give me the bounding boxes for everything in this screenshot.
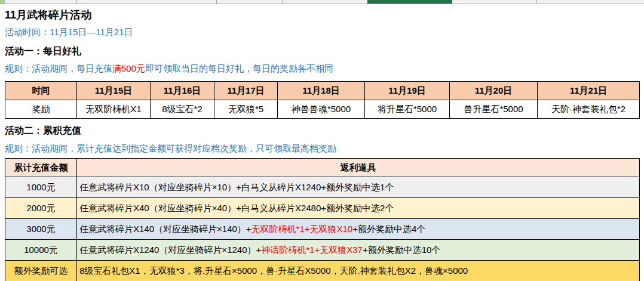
header-time: 时间 — [5, 82, 77, 100]
items-cell: 任意武将碎片X140（对应坐骑碎片×140）+无双阶梼机*1+无双狼X10+额外… — [77, 219, 640, 240]
table-header-row: 累计充值金额 返利道具 — [5, 159, 640, 177]
daily-gift-table: 时间 11月15日 11月16日 11月17日 11月18日 11月19日 11… — [5, 81, 640, 119]
event-announcement-sheet: 11月武将碎片活动 活动时间：11月15日—11月21日 活动一：每日好礼 规则… — [0, 0, 644, 281]
table-row: 2000元 任意武将碎片X40（对应坐骑碎片×40）+白马义从碎片X2480+额… — [5, 198, 640, 219]
items-cell: 8级宝石礼包X1，无双狼*3，将.升星石×5000，兽·升星石X5000，天阶.… — [77, 261, 640, 281]
table-row: 3000元 任意武将碎片X140（对应坐骑碎片×140）+无双阶梼机*1+无双狼… — [5, 219, 640, 240]
amount-cell: 1000元 — [5, 177, 77, 198]
header-amount: 累计充值金额 — [5, 159, 77, 177]
grid-divider — [536, 0, 537, 4]
header-day: 11月18日 — [278, 82, 365, 100]
rule1-suffix: 即可领取当日的每日好礼，每日的奖励各不相同 — [145, 63, 333, 73]
grid-divider — [282, 0, 283, 4]
grid-cell-green — [0, 0, 5, 4]
table-row: 10000元 任意武将碎片X1240（对应坐骑碎片×1240）+神话阶梼机*1+… — [5, 240, 640, 261]
reward-cell: 无双狼*5 — [214, 100, 278, 119]
grid-divider — [216, 0, 217, 4]
header-day: 11月20日 — [450, 82, 538, 100]
amount-cell: 10000元 — [5, 240, 77, 261]
selection-highlight-bar — [367, 0, 452, 4]
table-row: 奖励 无双阶梼机X1 8级宝石*2 无双狼*5 神兽兽魂*5000 将升星石*5… — [5, 100, 640, 119]
reward-row-label: 奖励 — [5, 100, 77, 119]
reward-cell: 兽升星石*5000 — [450, 100, 538, 119]
activity2-title: 活动二：累积充值 — [5, 125, 81, 137]
header-day: 11月15日 — [77, 82, 151, 100]
reward-cell: 神兽兽魂*5000 — [278, 100, 365, 119]
reward-cell: 无双阶梼机X1 — [77, 100, 151, 119]
header-items: 返利道具 — [77, 159, 640, 177]
grid-divider — [76, 0, 77, 4]
page-title: 11月武将碎片活动 — [5, 8, 91, 22]
reward-cell: 8级宝石*2 — [151, 100, 214, 119]
header-day: 11月21日 — [538, 82, 640, 100]
header-day: 11月17日 — [214, 82, 278, 100]
reward-cell: 将升星石*5000 — [365, 100, 450, 119]
rule1-prefix: 规则：活动期间，每日充值 — [5, 63, 112, 73]
amount-cell: 3000元 — [5, 219, 77, 240]
reward-cell: 天阶·神套装礼包*2 — [538, 100, 640, 119]
items-cell: 任意武将碎片X10（对应坐骑碎片×10）+白马义从碎片X1240+额外奖励中选1… — [77, 177, 640, 198]
header-day: 11月16日 — [151, 82, 214, 100]
event-time-label: 活动时间：11月15日—11月21日 — [5, 27, 133, 38]
spreadsheet-grid-strip — [0, 0, 644, 4]
amount-cell: 2000元 — [5, 198, 77, 219]
rule1-highlight: 满500元 — [112, 63, 145, 73]
items-cell: 任意武将碎片X1240（对应坐骑碎片×1240）+神话阶梼机*1+无双狼X37+… — [77, 240, 640, 261]
table-row: 额外奖励可选 8级宝石礼包X1，无双狼*3，将.升星石×5000，兽·升星石X5… — [5, 261, 640, 281]
table-row: 1000元 任意武将碎片X10（对应坐骑碎片×10）+白马义从碎片X1240+额… — [5, 177, 640, 198]
activity1-rule: 规则：活动期间，每日充值满500元即可领取当日的每日好礼，每日的奖励各不相同 — [5, 63, 333, 75]
table-header-row: 时间 11月15日 11月16日 11月17日 11月18日 11月19日 11… — [5, 82, 640, 100]
amount-cell: 额外奖励可选 — [5, 261, 77, 281]
header-day: 11月19日 — [365, 82, 450, 100]
activity1-title: 活动一：每日好礼 — [5, 45, 81, 58]
activity2-rule: 规则：活动期间，累计充值达到指定金额可获得对应档次奖励，只可领取最高档奖励 — [5, 143, 336, 155]
cumulative-recharge-table: 累计充值金额 返利道具 1000元 任意武将碎片X10（对应坐骑碎片×10）+白… — [5, 158, 640, 281]
items-cell: 任意武将碎片X40（对应坐骑碎片×40）+白马义从碎片X2480+额外奖励中选2… — [77, 198, 640, 219]
